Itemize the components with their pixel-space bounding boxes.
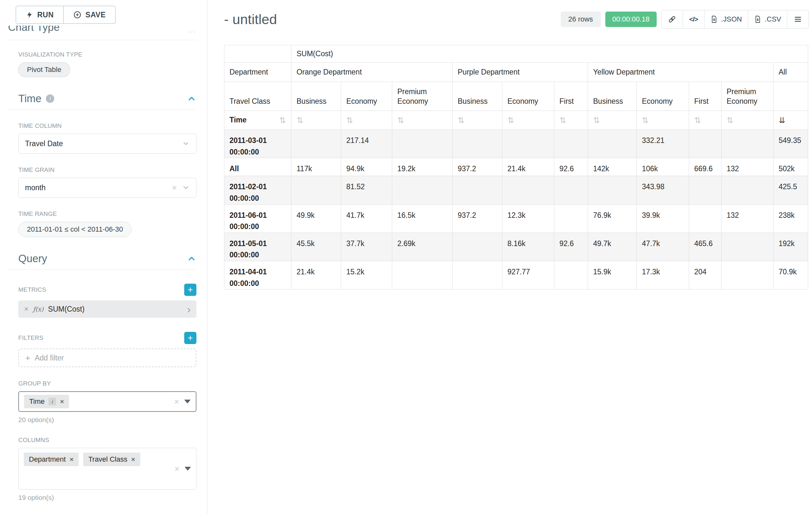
columns-chip[interactable]: Department × — [24, 453, 79, 466]
run-button[interactable]: RUN — [16, 6, 63, 24]
pivot-value-cell — [689, 176, 722, 204]
sort-icon[interactable]: ⇅ — [397, 116, 404, 125]
export-json-button[interactable]: .JSON — [704, 10, 748, 29]
time-section-header[interactable]: Time i — [18, 92, 196, 105]
remove-chip-icon[interactable]: × — [60, 398, 64, 405]
pivot-value-cell: 47.7k — [637, 233, 689, 261]
time-range-pill[interactable]: 2011-01-01 ≤ col < 2011-06-30 — [18, 222, 132, 237]
chevron-right-icon[interactable]: › — [187, 304, 191, 315]
sort-icon[interactable]: ⇅ — [559, 116, 566, 125]
sort-icon[interactable]: ⇅ — [346, 116, 353, 125]
time-column-select[interactable]: Travel Date — [18, 134, 196, 154]
sort-icon[interactable]: ⇅ — [296, 116, 303, 125]
remove-metric-icon[interactable]: × — [24, 304, 29, 314]
pivot-value-cell: 142k — [588, 158, 637, 176]
time-grain-value: month — [25, 184, 46, 192]
pivot-value-cell — [554, 176, 588, 204]
sort-icon[interactable]: ⇅ — [694, 116, 701, 125]
pivot-all-header: All — [774, 63, 808, 82]
file-download-icon — [710, 16, 718, 23]
pivot-value-cell — [722, 130, 774, 158]
export-csv-button[interactable]: .CSV — [748, 10, 787, 29]
pivot-value-cell — [453, 176, 502, 204]
pivot-value-cell: 8.16k — [502, 233, 554, 261]
chart-area: - untitled 26 rows 00:00:00.18 </> — [207, 0, 812, 514]
group-by-select[interactable]: Time i × × — [18, 391, 196, 412]
metric-chip[interactable]: × ƒ(x) SUM(Cost) › — [18, 300, 196, 318]
caret-down-icon[interactable] — [184, 467, 191, 470]
pivot-sort-cell: ⇅ — [722, 111, 774, 130]
info-icon: i — [49, 398, 56, 405]
time-grain-select[interactable]: month × — [18, 178, 196, 197]
time-column-value: Travel Date — [25, 139, 63, 148]
pivot-class-header: Premium Economy — [392, 82, 453, 111]
query-timer-badge: 00:00:00.18 — [605, 11, 657, 27]
sort-icon[interactable]: ⇅ — [458, 116, 464, 125]
pivot-value-cell: 41.7k — [341, 204, 392, 233]
caret-down-icon[interactable] — [184, 400, 191, 404]
columns-chip[interactable]: Travel Class × — [83, 453, 140, 466]
pivot-value-cell — [291, 130, 341, 158]
columns-options-hint: 19 option(s) — [18, 494, 196, 502]
divider — [8, 109, 196, 110]
pivot-value-cell: 12.3k — [502, 204, 554, 233]
clear-icon[interactable]: × — [172, 184, 177, 192]
pivot-value-cell: 465.6 — [689, 233, 722, 261]
collapse-chevron-partial-icon[interactable]: ·· — [189, 28, 197, 36]
sort-icon[interactable]: ⇅ — [279, 115, 286, 126]
sort-icon[interactable]: ⇅ — [508, 116, 514, 125]
pivot-value-cell: 81.52 — [341, 176, 392, 204]
results-toolbar: 26 rows 00:00:00.18 </> — [561, 10, 809, 29]
add-filter-plus-button[interactable]: + — [184, 332, 196, 344]
query-section-header[interactable]: Query — [18, 252, 196, 265]
pivot-value-cell — [392, 176, 453, 204]
remove-chip-icon[interactable]: × — [131, 456, 135, 463]
view-query-button[interactable]: </> — [683, 10, 704, 29]
pivot-value-cell: 15.9k — [588, 261, 637, 290]
menu-button[interactable] — [787, 10, 809, 29]
pivot-sort-cell: ⇅ — [502, 111, 554, 130]
sort-icon[interactable]: ⇅ — [727, 116, 733, 125]
pivot-sort-cell: ⇅ — [392, 111, 453, 130]
remove-chip-icon[interactable]: × — [70, 456, 74, 463]
pivot-department-header: Department — [224, 63, 291, 82]
pivot-header-row: DepartmentOrange DepartmentPurple Depart… — [224, 63, 808, 82]
pivot-header-row: Travel ClassBusinessEconomyPremium Econo… — [224, 82, 808, 111]
pivot-value-cell — [554, 130, 588, 158]
add-filter-button[interactable]: + Add filter — [18, 349, 196, 367]
sort-icon[interactable]: ⇅ — [642, 116, 649, 125]
chart-title[interactable]: - untitled — [224, 11, 277, 27]
add-metric-button[interactable]: + — [184, 284, 196, 296]
pivot-class-header: Economy — [341, 82, 392, 111]
pivot-value-cell: 2.69k — [392, 233, 453, 261]
sort-icon[interactable]: ⇅ — [593, 116, 600, 125]
pivot-row-label: 2011-02-01 00:00:00 — [224, 176, 291, 204]
code-icon: </> — [689, 16, 698, 23]
run-button-label: RUN — [37, 10, 54, 19]
pivot-value-cell: 217.14 — [341, 130, 392, 158]
pivot-value-cell: 76.9k — [588, 204, 637, 233]
chevron-up-icon[interactable] — [187, 94, 196, 104]
time-grain-label: TIME GRAIN — [18, 166, 196, 173]
pivot-travel-class-header: Travel Class — [224, 82, 291, 111]
pivot-class-header-empty — [774, 82, 808, 111]
visualization-type-pill[interactable]: Pivot Table — [18, 62, 70, 77]
columns-select[interactable]: Department × Travel Class × × — [18, 448, 196, 490]
clear-icon[interactable]: × — [175, 464, 179, 473]
pivot-sort-cell: ⇅ — [341, 111, 392, 130]
save-button[interactable]: SAVE — [63, 6, 116, 24]
group-by-chip[interactable]: Time i × — [24, 395, 69, 408]
share-link-button[interactable] — [661, 10, 683, 29]
clear-icon[interactable]: × — [174, 397, 179, 406]
pivot-value-cell: 21.4k — [291, 261, 341, 290]
pivot-value-cell — [722, 233, 774, 261]
pivot-value-cell: 192k — [774, 233, 808, 261]
chevron-up-icon[interactable] — [187, 254, 196, 264]
pivot-corner-cell — [224, 45, 291, 63]
pivot-value-cell: 94.9k — [341, 158, 392, 176]
sort-descending-icon[interactable]: ⇊ — [779, 116, 785, 125]
pivot-value-cell: 70.9k — [774, 261, 808, 290]
pivot-value-cell: 238k — [774, 204, 808, 233]
row-count-badge: 26 rows — [561, 11, 601, 27]
control-panel-sidebar: RUN SAVE Chart Type ·· VISUALIZATION TYP… — [0, 0, 207, 514]
